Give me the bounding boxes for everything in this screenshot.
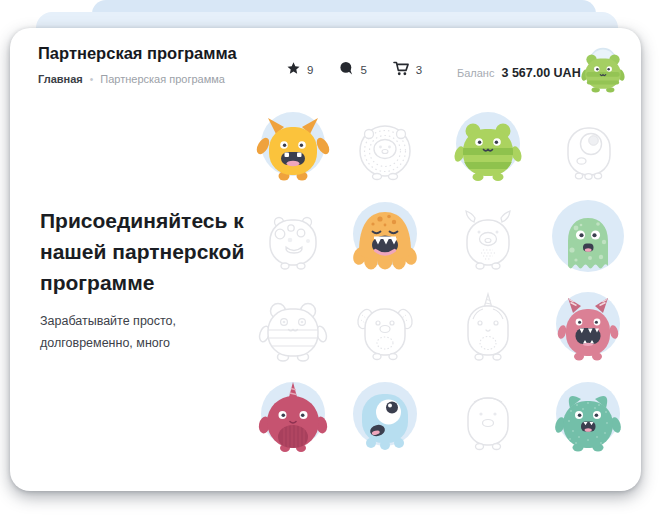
page-title: Партнерская программа: [38, 44, 237, 63]
hero-heading: Присоединяйтесь к нашей партнерской прог…: [40, 205, 258, 298]
cart-icon: [393, 61, 410, 80]
balance-dropdown[interactable]: Баланс 3 567.00 UAH: [457, 64, 596, 82]
floppy-ear-monster-outline: [340, 285, 430, 375]
multi-eye-monster-outline: [248, 195, 338, 285]
pink-horned-monster-illustration: [543, 285, 633, 375]
breadcrumb: Главная • Партнерская программа: [38, 73, 225, 85]
balance-label: Баланс: [457, 67, 494, 79]
cart-count: 3: [416, 64, 422, 76]
horned-goat-monster-outline-illustration: [443, 195, 533, 285]
ruby-unicorn-monster-illustration: [248, 375, 338, 465]
blue-cyclops-monster: [340, 375, 430, 465]
green-ghost-monster-illustration: [543, 195, 633, 285]
favorites-count: 9: [307, 64, 313, 76]
floppy-ear-monster-outline-illustration: [340, 285, 430, 375]
messages-count: 5: [360, 64, 366, 76]
striped-bear-monster-outline: [248, 285, 338, 375]
chat-icon: [339, 61, 354, 80]
green-bear-monster-illustration: [443, 105, 533, 195]
star-icon: [286, 61, 301, 80]
balance-value: 3 567.00 UAH: [501, 66, 580, 80]
plain-monster-outline: [443, 375, 533, 465]
yellow-horned-monster: [248, 105, 338, 195]
green-ghost-monster: [543, 195, 633, 285]
cyclops-monster-outline-illustration: [543, 105, 633, 195]
user-avatar[interactable]: [578, 45, 628, 95]
hedgehog-monster-outline-illustration: [340, 105, 430, 195]
hero-section: Присоединяйтесь к нашей партнерской прог…: [40, 205, 258, 355]
pink-horned-monster: [543, 285, 633, 375]
green-bear-monster: [443, 105, 533, 195]
breadcrumb-separator: •: [90, 74, 94, 85]
horned-goat-monster-outline: [443, 195, 533, 285]
breadcrumb-home-link[interactable]: Главная: [38, 73, 83, 85]
orange-octopus-monster: [340, 195, 430, 285]
page: Партнерская программа Главная • Партнерс…: [0, 0, 660, 523]
blue-cyclops-monster-illustration: [340, 375, 430, 465]
cyclops-monster-outline: [543, 105, 633, 195]
teal-furry-monster-illustration: [543, 375, 633, 465]
messages-stat[interactable]: 5: [339, 61, 366, 80]
hedgehog-monster-outline: [340, 105, 430, 195]
striped-bear-monster-outline-illustration: [248, 285, 338, 375]
favorites-stat[interactable]: 9: [286, 61, 313, 80]
yellow-horned-monster-illustration: [248, 105, 338, 195]
unicorn-monster-outline-illustration: [443, 285, 533, 375]
header-stats: 9 5 3: [286, 60, 422, 80]
orange-octopus-monster-illustration: [340, 195, 430, 285]
main-card: Партнерская программа Главная • Партнерс…: [10, 28, 641, 491]
hero-subheading: Зарабатывайте просто, долговременно, мно…: [40, 311, 258, 355]
cart-stat[interactable]: 3: [393, 61, 422, 80]
ruby-unicorn-monster: [248, 375, 338, 465]
unicorn-monster-outline: [443, 285, 533, 375]
multi-eye-monster-outline-illustration: [248, 195, 338, 285]
teal-furry-monster: [543, 375, 633, 465]
plain-monster-outline-illustration: [443, 375, 533, 465]
breadcrumb-current: Партнерская программа: [100, 73, 225, 85]
green-monster-avatar-illustration: [578, 45, 628, 95]
